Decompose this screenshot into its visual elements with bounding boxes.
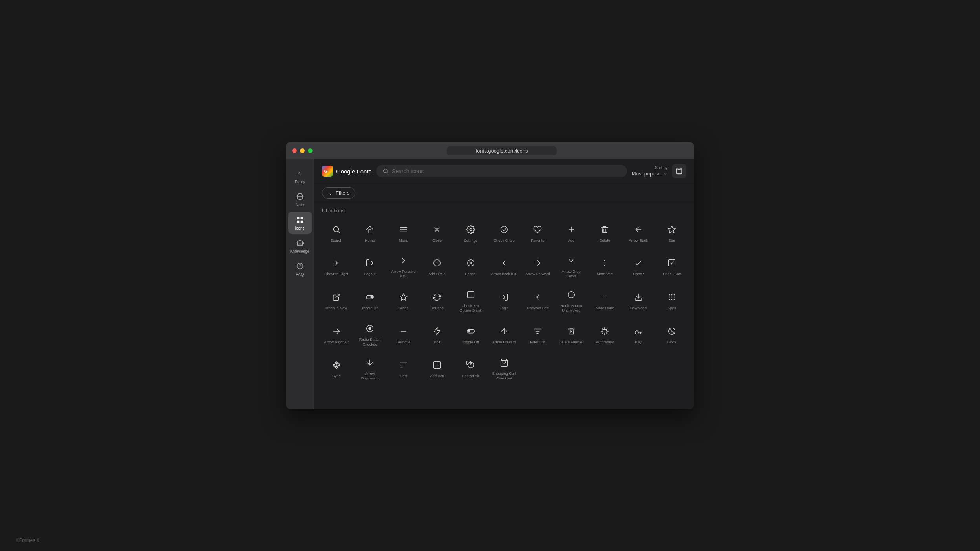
- grade-icon: [397, 291, 410, 303]
- icon-cell-sync[interactable]: Sync: [320, 352, 352, 384]
- icon-label: Check Box Outline Blank: [457, 303, 485, 313]
- icon-cell-add_box[interactable]: Add Box: [421, 352, 453, 384]
- arrow_right_alt-icon: [330, 325, 343, 338]
- icon-cell-home[interactable]: Home: [354, 217, 386, 248]
- search-input[interactable]: [392, 168, 621, 174]
- svg-point-19: [501, 226, 508, 233]
- icon-cell-arrow_upward[interactable]: Arrow Upward: [488, 317, 520, 350]
- watermark: ©Frames X: [16, 538, 40, 543]
- icon-cell-restart_alt[interactable]: Restart Alt: [455, 352, 486, 384]
- svg-point-62: [468, 330, 470, 332]
- icon-label: Home: [365, 238, 375, 243]
- sidebar-item-faq[interactable]: FAQ: [288, 258, 312, 280]
- sidebar-item-icons[interactable]: Icons: [288, 212, 312, 234]
- icon-cell-shopping_cart_checkout[interactable]: Shopping Cart Checkout: [488, 352, 520, 384]
- icon-cell-more_horiz[interactable]: More Horiz: [589, 284, 621, 316]
- icon-cell-autorenew[interactable]: Autorenew: [589, 317, 621, 350]
- icon-cell-delete_forever[interactable]: Delete Forever: [555, 317, 587, 350]
- icon-label: Arrow Downward: [356, 371, 384, 381]
- icon-cell-favorite[interactable]: Favorite: [522, 217, 554, 248]
- svg-text:A: A: [297, 171, 301, 177]
- icon-cell-arrow_forward_ios[interactable]: Arrow Forward iOS: [388, 250, 419, 282]
- sidebar-item-fonts[interactable]: A Fonts: [288, 166, 312, 187]
- icon-cell-block[interactable]: Block: [656, 317, 688, 350]
- icon-cell-more_vert[interactable]: More Vert: [589, 250, 621, 282]
- icon-cell-remove[interactable]: Remove: [388, 317, 419, 350]
- icon-label: Menu: [399, 238, 408, 243]
- clipboard-button[interactable]: [672, 164, 686, 178]
- icon-cell-arrow_back_ios[interactable]: Arrow Back iOS: [488, 250, 520, 282]
- icon-cell-cancel[interactable]: Cancel: [455, 250, 486, 282]
- icon-cell-check_box_outline_blank[interactable]: Check Box Outline Blank: [455, 284, 486, 316]
- icon-cell-arrow_downward[interactable]: Arrow Downward: [354, 352, 386, 384]
- arrow_forward-icon: [531, 257, 544, 269]
- clipboard-icon: [676, 168, 683, 175]
- icon-label: Restart Alt: [462, 374, 479, 378]
- icon-cell-key[interactable]: Key: [622, 317, 654, 350]
- gf-logo-icon: G: [322, 166, 333, 177]
- cancel-icon: [464, 257, 477, 269]
- block-icon: [666, 325, 678, 338]
- icon-cell-toggle_off[interactable]: Toggle Off: [455, 317, 486, 350]
- icon-cell-settings[interactable]: Settings: [455, 217, 486, 248]
- icon-cell-apps[interactable]: Apps: [656, 284, 688, 316]
- icon-cell-add[interactable]: Add: [555, 217, 587, 248]
- icon-label: Arrow Back: [629, 238, 648, 243]
- maximize-button[interactable]: [308, 148, 313, 153]
- url-input[interactable]: [447, 146, 557, 155]
- icon-cell-chevron_right[interactable]: Chevron Right: [320, 250, 352, 282]
- sidebar-item-knowledge[interactable]: Knowledge: [288, 235, 312, 257]
- icon-label: Toggle Off: [462, 340, 479, 345]
- svg-line-71: [669, 328, 675, 334]
- close-button[interactable]: [292, 148, 297, 153]
- fonts-icon: A: [295, 169, 305, 178]
- icon-label: Check: [633, 272, 644, 276]
- icon-cell-close[interactable]: Close: [421, 217, 453, 248]
- icon-label: Open In New: [325, 306, 347, 310]
- icon-cell-radio_button_checked[interactable]: Radio Button Checked: [354, 317, 386, 350]
- icon-cell-download[interactable]: Download: [622, 284, 654, 316]
- icon-cell-arrow_back[interactable]: Arrow Back: [622, 217, 654, 248]
- icon-cell-arrow_drop_down[interactable]: Arrow Drop Down: [555, 250, 587, 282]
- icon-cell-menu[interactable]: Menu: [388, 217, 419, 248]
- icon-cell-check_circle[interactable]: Check Circle: [488, 217, 520, 248]
- icon-cell-grade[interactable]: Grade: [388, 284, 419, 316]
- faq-label: FAQ: [296, 272, 304, 277]
- icon-cell-search[interactable]: Search: [320, 217, 352, 248]
- icon-cell-check_box[interactable]: Check Box: [656, 250, 688, 282]
- svg-point-42: [568, 291, 575, 298]
- icon-cell-add_circle[interactable]: Add Circle: [421, 250, 453, 282]
- icon-cell-sort[interactable]: Sort: [388, 352, 419, 384]
- main-content: G Google Fonts Sort by Most popular: [314, 159, 694, 409]
- icon-cell-filter_list[interactable]: Filter List: [522, 317, 554, 350]
- icon-cell-logout[interactable]: Logout: [354, 250, 386, 282]
- toggle_off-icon: [464, 325, 477, 338]
- icon-cell-chevron_left[interactable]: Chevron Left: [522, 284, 554, 316]
- autorenew-icon: [598, 325, 611, 338]
- icons-grid-container[interactable]: Search Home Menu Close Settings: [314, 217, 694, 409]
- icon-label: Check Box: [663, 272, 681, 276]
- icon-cell-check[interactable]: Check: [622, 250, 654, 282]
- filters-button[interactable]: Filters: [322, 187, 355, 199]
- sidebar-item-noto[interactable]: Noto: [288, 189, 312, 210]
- icon-label: Grade: [398, 306, 408, 310]
- icon-cell-refresh[interactable]: Refresh: [421, 284, 453, 316]
- icon-cell-star[interactable]: Star: [656, 217, 688, 248]
- sort-control[interactable]: Sort by Most popular: [632, 166, 667, 177]
- icon-cell-open_in_new[interactable]: Open In New: [320, 284, 352, 316]
- svg-point-32: [604, 260, 605, 261]
- check_circle-icon: [498, 223, 510, 236]
- svg-rect-5: [300, 221, 303, 223]
- icon-cell-arrow_forward[interactable]: Arrow Forward: [522, 250, 554, 282]
- icon-cell-arrow_right_alt[interactable]: Arrow Right Alt: [320, 317, 352, 350]
- icon-cell-login[interactable]: Login: [488, 284, 520, 316]
- icon-cell-toggle_on[interactable]: Toggle On: [354, 284, 386, 316]
- icon-cell-bolt[interactable]: Bolt: [421, 317, 453, 350]
- noto-icon: [295, 192, 305, 201]
- radio_button_checked-icon: [364, 322, 376, 335]
- icon-cell-delete[interactable]: Delete: [589, 217, 621, 248]
- svg-text:G: G: [324, 169, 327, 173]
- icon-cell-radio_button_unchecked[interactable]: Radio Button Unchecked: [555, 284, 587, 316]
- icon-label: Cancel: [465, 272, 477, 276]
- minimize-button[interactable]: [300, 148, 305, 153]
